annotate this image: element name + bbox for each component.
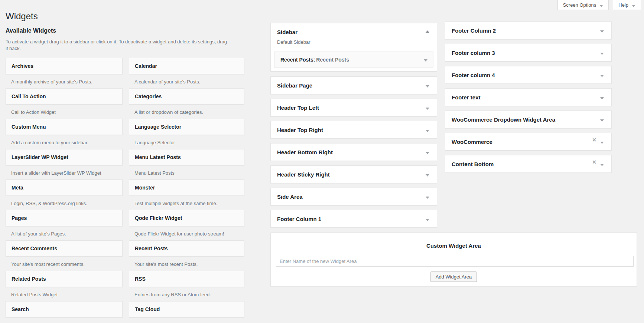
available-widget[interactable]: Categories [129, 88, 244, 105]
available-widget-cell: Categories A list or dropdown of categor… [129, 88, 244, 115]
available-widget[interactable]: Archives [6, 58, 123, 74]
page-title: Widgets [6, 11, 38, 21]
sidebar-column-right: Footer Column 2 Footer column 3 Footer c… [445, 22, 612, 177]
available-widget-cell: Call To Action Call to Action Widget [6, 88, 123, 115]
available-widget[interactable]: Language Selector [129, 119, 244, 135]
custom-widget-area-panel: Custom Widget Area Add Widget Area [270, 233, 637, 286]
widget-area-panel[interactable]: Header Sticky Right [270, 165, 437, 183]
placed-widget-recent-posts[interactable]: Recent Posts:Recent Posts [274, 52, 433, 67]
help-button[interactable]: Help [613, 0, 641, 10]
chevron-down-icon[interactable] [600, 164, 604, 166]
widget-area-panel[interactable]: Footer Column 1 [270, 210, 437, 228]
chevron-down-icon[interactable] [600, 119, 604, 122]
widget-title: Tag Cloud [135, 306, 160, 312]
available-widget[interactable]: Qode Flickr Widget [129, 210, 244, 226]
widget-title: Monster [135, 185, 155, 191]
widget-area-panel[interactable]: Footer text [445, 88, 612, 106]
available-widget-cell: Monster Test multiple widgets at the sam… [129, 179, 244, 207]
available-widget[interactable]: LayerSlider WP Widget [6, 149, 123, 165]
available-widget[interactable]: Tag Cloud [129, 301, 244, 317]
available-widget[interactable]: Custom Menu [6, 119, 123, 135]
widget-description: Test multiple widgets at the same time. [134, 200, 244, 207]
widget-area-panel[interactable]: Header Top Right [270, 121, 437, 139]
available-widget[interactable]: Pages [6, 210, 123, 226]
chevron-down-icon[interactable] [426, 85, 429, 88]
available-widget[interactable]: Meta [6, 179, 123, 196]
available-widget[interactable]: Search [6, 301, 123, 317]
available-widget[interactable]: Monster [129, 179, 244, 196]
custom-widget-area-title: Custom Widget Area [271, 243, 637, 249]
chevron-down-icon[interactable] [426, 130, 429, 132]
widget-area-panel[interactable]: Footer column 4 [445, 66, 612, 84]
widget-area-title: Side Area [277, 194, 426, 200]
widget-title: Language Selector [135, 124, 181, 130]
available-widget-cell: Qode Flickr Widget Qode Flickr Widget fo… [129, 210, 244, 237]
add-widget-area-button[interactable]: Add Widget Area [430, 271, 477, 282]
middle-panel-list: Sidebar Page Header Top Left Header Top … [270, 76, 437, 228]
widget-area-header[interactable]: Sidebar [271, 23, 437, 35]
chevron-down-icon[interactable] [600, 30, 604, 33]
widget-area-title: Header Sticky Right [277, 171, 426, 178]
available-widget[interactable]: Related Posts [6, 271, 123, 287]
widget-title: Categories [135, 93, 162, 99]
available-widget-cell: Recent Posts Your site's most recent Pos… [129, 240, 244, 267]
delete-icon[interactable]: ✕ [592, 137, 596, 143]
widget-area-panel[interactable]: WooCommerce ✕ [445, 133, 612, 151]
chevron-down-icon[interactable] [600, 97, 604, 99]
widget-title: Pages [12, 215, 27, 221]
widgets-admin-page: Screen Options Help Widgets Available Wi… [0, 0, 644, 323]
available-widget[interactable]: Calendar [129, 58, 244, 74]
chevron-down-icon[interactable] [424, 59, 427, 62]
widget-area-title: Content Bottom [452, 161, 592, 167]
available-widget[interactable]: Call To Action [6, 88, 123, 105]
screen-meta-toolbar: Screen Options Help [557, 0, 641, 10]
widget-area-title: Footer column 3 [452, 50, 600, 56]
available-widget-cell: Pages A list of your site's Pages. [6, 210, 123, 237]
available-widget[interactable]: Menu Latest Posts [129, 149, 244, 165]
widget-area-panel[interactable]: Sidebar Page [270, 76, 437, 94]
chevron-down-icon[interactable] [426, 197, 429, 199]
widget-description: Login, RSS, & WordPress.org links. [11, 200, 123, 207]
available-widget-cell: RSS Entries from any RSS or Atom feed. [129, 271, 244, 298]
widget-area-title: Header Bottom Right [277, 149, 426, 155]
widget-area-panel[interactable]: Footer column 3 [445, 44, 612, 62]
widget-area-title: WooCommerce Dropdown Widget Area [452, 116, 600, 123]
chevron-up-icon[interactable] [426, 30, 429, 33]
widget-area-title: Sidebar Page [277, 82, 426, 89]
widget-title: Meta [12, 185, 23, 191]
widget-description: Your site's most recent comments. [11, 261, 123, 267]
chevron-down-icon[interactable] [600, 53, 604, 55]
widget-area-title: Header Top Right [277, 127, 426, 133]
widget-area-title: WooCommerce [452, 139, 592, 145]
chevron-down-icon[interactable] [600, 142, 604, 144]
screen-options-button[interactable]: Screen Options [557, 0, 609, 10]
available-widget[interactable]: Recent Posts [129, 240, 244, 257]
available-widget-cell: Language Selector Language Selector [129, 119, 244, 146]
widget-title: Menu Latest Posts [135, 154, 181, 160]
widget-area-panel[interactable]: Header Bottom Right [270, 143, 437, 161]
widget-area-panel[interactable]: Footer Column 2 [445, 22, 612, 39]
chevron-down-icon [632, 5, 635, 7]
widget-area-panel[interactable]: WooCommerce Dropdown Widget Area [445, 111, 612, 128]
widget-area-panel[interactable]: Header Top Left [270, 99, 437, 116]
available-widget-cell: LayerSlider WP Widget Insert a slider wi… [6, 149, 123, 176]
available-widget-cell: Meta Login, RSS, & WordPress.org links. [6, 179, 123, 207]
screen-options-label: Screen Options [563, 2, 596, 8]
new-widget-area-name-input[interactable] [276, 256, 634, 267]
widget-title: Related Posts [12, 276, 46, 282]
widget-title: Recent Comments [12, 245, 57, 251]
available-widget[interactable]: Recent Comments [6, 240, 123, 257]
widget-area-panel[interactable]: Content Bottom ✕ [445, 155, 612, 173]
widget-title: Calendar [135, 63, 157, 69]
chevron-down-icon[interactable] [426, 219, 429, 221]
available-widget[interactable]: RSS [129, 271, 244, 287]
available-widgets-grid: Archives A monthly archive of your site'… [6, 58, 245, 317]
chevron-down-icon[interactable] [600, 75, 604, 77]
chevron-down-icon[interactable] [426, 152, 429, 154]
help-label: Help [618, 2, 628, 8]
chevron-down-icon[interactable] [426, 108, 429, 110]
widget-area-panel[interactable]: Side Area [270, 188, 437, 205]
chevron-down-icon[interactable] [426, 174, 429, 177]
widget-description: A calendar of your site's Posts. [134, 79, 244, 85]
delete-icon[interactable]: ✕ [592, 159, 596, 165]
